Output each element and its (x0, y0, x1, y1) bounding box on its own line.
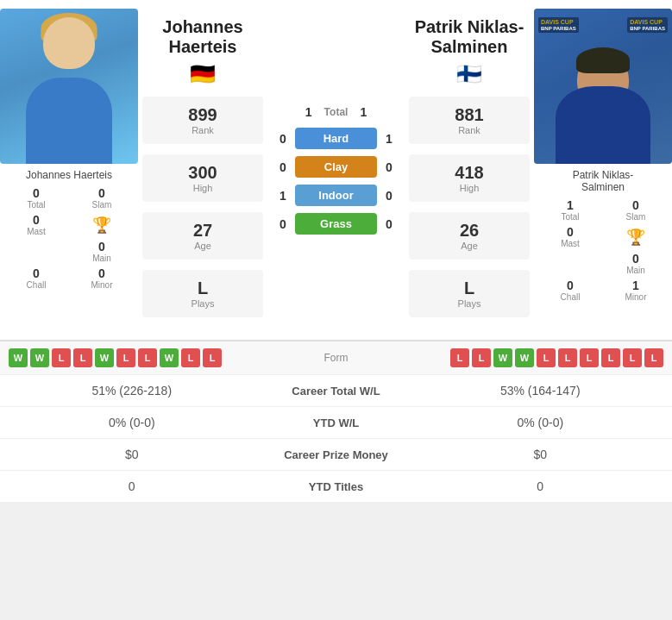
badge-left-5: L (116, 348, 135, 367)
player-left-name-big: JohannesHaerteis (162, 17, 242, 57)
surface-row-clay: 0 Clay 0 (276, 156, 396, 178)
player-left-chall: 0 Chall (7, 266, 66, 290)
grass-right-score: 0 (382, 217, 396, 231)
player-right-mast: 0 Mast (541, 225, 600, 248)
player-right-stats-grid: 1 Total 0 Slam 0 Mast 🏆 0Mast (534, 198, 672, 302)
player-right-chall: 0 Chall (541, 279, 600, 302)
player-left-photo (0, 9, 138, 164)
form-label: Form (285, 352, 388, 364)
badge-right-8: L (623, 348, 642, 367)
stat-row-career-total: 51% (226-218) Career Total W/L 53% (164-… (0, 375, 672, 407)
ytd-titles-right: 0 (423, 479, 659, 493)
surface-rows: 0 Hard 1 0 Clay 0 1 Indoor 0 (267, 128, 405, 235)
surface-btn-indoor[interactable]: Indoor (295, 185, 377, 206)
player-right-rank-box: 881 Rank (409, 97, 530, 144)
grass-left-score: 0 (276, 217, 290, 231)
prize-money-left: $0 (14, 448, 250, 461)
badge-left-1: W (30, 348, 49, 367)
career-total-left: 51% (226-218) (14, 384, 250, 398)
player-right-name-under: Patrik Niklas-Salminen (568, 169, 638, 193)
ytd-wl-label: YTD W/L (250, 416, 423, 429)
badge-right-5: L (558, 348, 577, 367)
badge-right-2: W (493, 348, 512, 367)
player-right-plays-box: L Plays (409, 270, 530, 317)
player-left-section: Johannes Haerteis 0 Total 0 Slam 0 Mast … (0, 9, 138, 331)
badge-left-6: L (138, 348, 157, 367)
ytd-wl-right: 0% (0-0) (423, 416, 659, 429)
surface-row-hard: 0 Hard 1 (276, 128, 396, 149)
top-section: Johannes Haerteis 0 Total 0 Slam 0 Mast … (0, 0, 672, 341)
player-right-photo: DAVIS CUPBNP PARIBAS DAVIS CUPBNP PARIBA… (534, 9, 672, 164)
badge-right-4: L (537, 348, 556, 367)
badge-left-8: L (181, 348, 200, 367)
surface-btn-hard[interactable]: Hard (295, 128, 377, 149)
form-badges-left: W W L L W L L W L L (9, 348, 285, 367)
trophy-icon-left: 🏆 (92, 216, 111, 235)
badge-left-3: L (73, 348, 92, 367)
career-total-label: Career Total W/L (250, 385, 423, 398)
player-left-plays-box: L Plays (142, 270, 263, 317)
trophy-icon-right: 🏆 (626, 228, 645, 247)
middle-surface-section: 1 Total 1 0 Hard 1 0 Clay 0 (267, 9, 405, 331)
badge-left-0: W (9, 348, 28, 367)
prize-money-right: $0 (423, 448, 659, 461)
player-right-high-box: 418 High (409, 154, 530, 202)
player-left-rank-box: 899 Rank (142, 97, 263, 144)
center-left-stats: JohannesHaerteis 🇩🇪 899 Rank 300 High 27… (138, 9, 267, 331)
indoor-left-score: 1 (276, 189, 290, 203)
center-right-stats: Patrik Niklas-Salminen 🇫🇮 881 Rank 418 H… (405, 9, 534, 331)
main-container: Johannes Haerteis 0 Total 0 Slam 0 Mast … (0, 0, 672, 503)
total-row: 1 Total 1 (302, 105, 371, 119)
indoor-right-score: 0 (382, 189, 396, 203)
form-row: W W L L W L L W L L Form L L W W L L L L (0, 341, 672, 375)
badge-left-7: W (160, 348, 179, 367)
badge-left-4: W (95, 348, 114, 367)
player-left-age-box: 27 Age (142, 212, 263, 260)
surface-row-grass: 0 Grass 0 (276, 213, 396, 235)
hard-left-score: 0 (276, 132, 290, 146)
badge-right-1: L (472, 348, 491, 367)
badge-right-9: L (644, 348, 663, 367)
badge-left-2: L (52, 348, 71, 367)
badge-left-9: L (203, 348, 222, 367)
player-left-total: 0 Total (7, 186, 66, 210)
surface-btn-grass[interactable]: Grass (295, 213, 377, 235)
player-left-name-under: Johannes Haerteis (22, 169, 116, 181)
ytd-titles-left: 0 (14, 479, 250, 493)
left-total-score: 1 (302, 105, 316, 119)
surface-row-indoor: 1 Indoor 0 (276, 185, 396, 206)
prize-money-label: Career Prize Money (250, 448, 423, 461)
player-left-minor: 0 Minor (72, 266, 131, 290)
stat-row-prize-money: $0 Career Prize Money $0 (0, 439, 672, 471)
badge-right-3: W (515, 348, 534, 367)
player-right-slam: 0 Slam (606, 198, 665, 222)
player-left-trophy: 🏆 (72, 215, 131, 235)
player-right-section: DAVIS CUPBNP PARIBAS DAVIS CUPBNP PARIBA… (534, 9, 672, 331)
badge-right-7: L (601, 348, 620, 367)
player-left-slam: 0 Slam (72, 186, 131, 210)
player-right-age-box: 26 Age (409, 212, 530, 260)
stat-row-ytd-wl: 0% (0-0) YTD W/L 0% (0-0) (0, 407, 672, 439)
player-left-high-box: 300 High (142, 154, 263, 202)
clay-left-score: 0 (276, 160, 290, 174)
player-left-main: 0 Main (72, 240, 131, 263)
form-badges-right: L L W W L L L L L L (388, 348, 664, 367)
surface-btn-clay[interactable]: Clay (295, 156, 377, 178)
player-right-main: 0 Main (606, 252, 665, 275)
career-total-right: 53% (164-147) (423, 384, 659, 398)
player-right-total: 1 Total (541, 198, 600, 222)
player-right-trophy: 🏆 (606, 227, 665, 247)
player-right-minor: 1 Minor (606, 279, 665, 302)
player-left-mast: 0 Mast (7, 213, 66, 236)
player-right-flag: 🇫🇮 (456, 62, 482, 86)
stat-row-ytd-titles: 0 YTD Titles 0 (0, 471, 672, 503)
player-left-flag: 🇩🇪 (190, 62, 216, 86)
player-left-stats-grid: 0 Total 0 Slam 0 Mast 🏆 0Mast (0, 186, 138, 290)
bottom-stats-section: W W L L W L L W L L Form L L W W L L L L (0, 341, 672, 503)
hard-right-score: 1 (382, 132, 396, 146)
badge-right-6: L (580, 348, 599, 367)
clay-right-score: 0 (382, 160, 396, 174)
total-label: Total (324, 106, 349, 118)
right-total-score: 1 (356, 105, 370, 119)
player-right-name-big: Patrik Niklas-Salminen (415, 17, 524, 57)
